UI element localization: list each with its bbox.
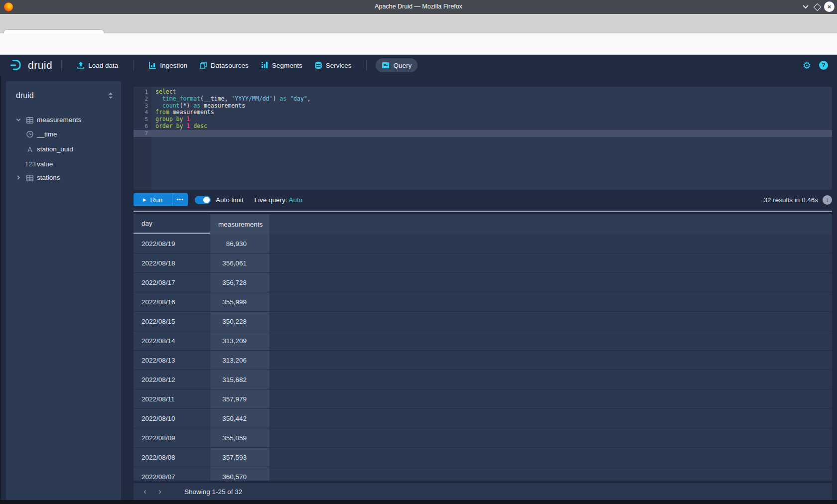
nav-label: Query — [393, 62, 412, 69]
cell-measurements[interactable]: 356,728 — [210, 273, 270, 292]
page-prev-icon[interactable]: ‹ — [138, 487, 152, 497]
cell-measurements[interactable]: 356,061 — [210, 253, 270, 272]
settings-gear-icon[interactable]: ⚙ — [803, 60, 811, 71]
table-header: day measurements — [134, 214, 832, 234]
browser-toolbar: ← → ⟳ 172.18.0.4:30899/unified-console.h… — [0, 33, 837, 55]
chevron-right-icon[interactable] — [15, 175, 22, 180]
live-query-value[interactable]: Auto — [289, 196, 303, 204]
code-token: group by — [155, 116, 183, 123]
cell-measurements[interactable]: 313,206 — [210, 351, 270, 370]
double-caret-icon[interactable] — [108, 91, 114, 100]
nav-ingestion[interactable]: Ingestion — [142, 58, 193, 72]
cell-day[interactable]: 2022/08/13 — [134, 351, 210, 370]
live-query: Live query: Auto — [255, 196, 303, 204]
cell-measurements[interactable]: 360,570 — [210, 467, 270, 481]
cell-measurements[interactable]: 313,209 — [210, 331, 270, 350]
table-row: 2022/08/14313,209 — [134, 331, 832, 351]
result-status-text: 32 results in 0.46s — [763, 196, 818, 204]
druid-logo[interactable]: druid — [9, 59, 52, 72]
nav-segments[interactable]: Segments — [255, 58, 308, 72]
nav-label: Services — [326, 62, 352, 69]
schema-selector[interactable]: druid — [16, 91, 114, 100]
cell-day[interactable]: 2022/08/09 — [134, 428, 210, 447]
tree-label: station_uuid — [37, 145, 73, 153]
result-status: 32 results in 0.46s ↓ — [763, 195, 832, 205]
page-next-icon[interactable]: › — [152, 487, 167, 497]
druid-header: druid Load data Ingestion Datasources Se… — [0, 55, 837, 76]
row-filler — [270, 409, 832, 428]
nav-query[interactable]: Query — [376, 58, 418, 72]
nav-label: Segments — [272, 62, 302, 69]
row-filler — [270, 389, 832, 408]
pagination-bar: ‹ › Showing 1-25 of 32 — [134, 483, 832, 500]
column-header-day[interactable]: day — [134, 214, 210, 234]
row-filler — [270, 312, 832, 331]
tree-item-stations[interactable]: stations — [6, 170, 121, 185]
table-row: 2022/08/12315,682 — [134, 370, 832, 389]
cell-day[interactable]: 2022/08/18 — [134, 253, 210, 272]
cell-measurements[interactable]: 357,979 — [210, 389, 270, 408]
line-number: 7 — [134, 130, 151, 137]
code-token: measurements — [200, 102, 245, 109]
table-row: 2022/08/11357,979 — [134, 389, 832, 409]
cell-day[interactable]: 2022/08/19 — [134, 234, 210, 253]
line-number: 6 — [134, 123, 151, 130]
code-line: count(*) as measurements — [151, 103, 832, 110]
code-token: 'YYYY/MM/dd' — [231, 95, 273, 102]
table-row: 2022/08/17356,728 — [134, 273, 832, 292]
window-close-icon[interactable]: × — [824, 1, 835, 12]
code-token: time_format — [162, 95, 200, 102]
table-row: 2022/08/16355,999 — [134, 292, 832, 312]
cell-day[interactable]: 2022/08/11 — [134, 389, 210, 408]
cell-measurements[interactable]: 350,442 — [210, 409, 270, 428]
cell-measurements[interactable]: 315,682 — [210, 370, 270, 389]
druid-logo-icon — [9, 59, 24, 72]
cell-measurements[interactable]: 357,593 — [210, 448, 270, 467]
table-row: 2022/08/07360,570 — [134, 467, 832, 481]
line-number: 3 — [134, 103, 151, 110]
window-minimize-icon[interactable] — [801, 2, 810, 11]
cell-measurements[interactable]: 355,059 — [210, 428, 270, 447]
tree-label: stations — [37, 174, 60, 181]
sql-editor[interactable]: 1234567 select time_format(__time, 'YYYY… — [134, 87, 832, 190]
chevron-down-icon[interactable] — [15, 117, 22, 123]
cell-day[interactable]: 2022/08/16 — [134, 292, 210, 311]
code-token: , — [225, 95, 232, 102]
cell-day[interactable]: 2022/08/07 — [134, 467, 210, 481]
table-row: 2022/08/15350,228 — [134, 312, 832, 331]
table-body: 2022/08/1986,9302022/08/18356,0612022/08… — [134, 234, 832, 481]
run-toolbar: ▶ Run ••• Auto limit Live query: Auto 32… — [134, 193, 832, 206]
nav-datasources[interactable]: Datasources — [193, 58, 255, 72]
cell-measurements[interactable]: 86,930 — [210, 234, 270, 253]
tree-item-measurements[interactable]: measurements — [6, 113, 121, 127]
cell-day[interactable]: 2022/08/12 — [134, 370, 210, 389]
editor-code[interactable]: select time_format(__time, 'YYYY/MM/dd')… — [151, 87, 832, 190]
download-icon[interactable]: ↓ — [823, 195, 832, 205]
divider — [133, 60, 134, 71]
run-button[interactable]: ▶ Run — [134, 193, 172, 206]
code-line: time_format(__time, 'YYYY/MM/dd') as "da… — [151, 96, 832, 103]
cell-day[interactable]: 2022/08/08 — [134, 448, 210, 467]
cell-day[interactable]: 2022/08/10 — [134, 409, 210, 428]
cell-measurements[interactable]: 350,228 — [210, 312, 270, 331]
column-header-measurements[interactable]: measurements — [210, 214, 270, 234]
nav-services[interactable]: Services — [308, 58, 358, 72]
cell-day[interactable]: 2022/08/14 — [134, 331, 210, 350]
run-more-button[interactable]: ••• — [172, 193, 188, 206]
window-titlebar: Apache Druid — Mozilla Firefox × — [0, 0, 837, 14]
tree-item-time[interactable]: __time — [6, 127, 121, 141]
tree-item-value[interactable]: 123 value — [6, 157, 121, 171]
divider — [366, 60, 367, 71]
clock-icon — [25, 130, 35, 138]
nav-load-data[interactable]: Load data — [71, 58, 124, 72]
cell-day[interactable]: 2022/08/17 — [134, 273, 210, 292]
header-filler — [270, 214, 832, 234]
pane-splitter[interactable] — [134, 211, 832, 212]
cell-day[interactable]: 2022/08/15 — [134, 312, 210, 331]
help-icon[interactable]: ? — [819, 61, 828, 70]
tree-item-station-uuid[interactable]: A station_uuid — [6, 142, 121, 156]
code-token: ( — [200, 95, 204, 102]
cell-measurements[interactable]: 355,999 — [210, 292, 270, 311]
tree-label: __time — [37, 130, 57, 138]
auto-limit-toggle[interactable] — [195, 196, 211, 204]
